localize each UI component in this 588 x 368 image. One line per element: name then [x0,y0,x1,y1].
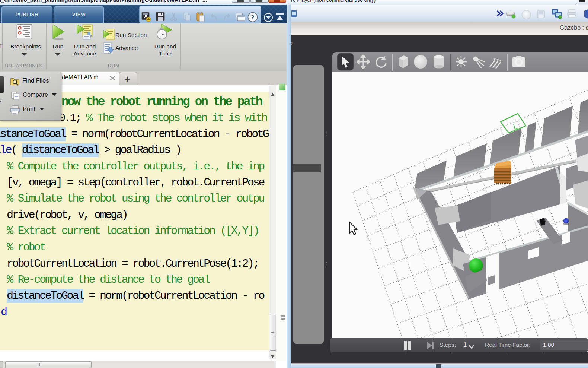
svg-text:?: ? [251,14,255,21]
